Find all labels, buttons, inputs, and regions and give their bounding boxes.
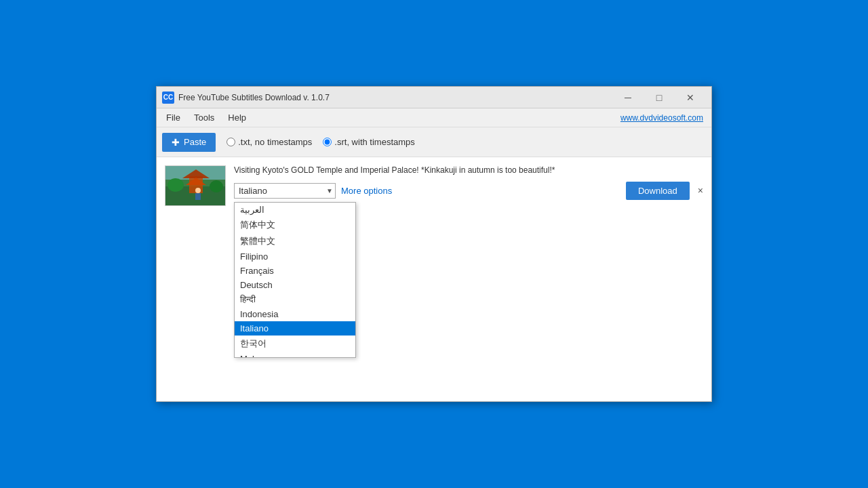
close-button[interactable]: ✕ — [675, 87, 706, 108]
window-title: Free YouTube Subtitles Download v. 1.0.7 — [178, 93, 612, 102]
lang-option-italian[interactable]: Italiano — [235, 321, 355, 336]
app-window: CC Free YouTube Subtitles Download v. 1.… — [156, 86, 712, 402]
menu-file[interactable]: File — [159, 110, 187, 125]
website-link[interactable]: www.dvdvideosoft.com — [620, 113, 709, 123]
paste-icon: ✚ — [172, 137, 180, 148]
svg-point-7 — [210, 180, 223, 192]
lang-option-hindi[interactable]: हिन्दी — [235, 292, 355, 307]
lang-option-french[interactable]: Français — [235, 264, 355, 278]
svg-point-6 — [167, 178, 184, 192]
txt-radio-label[interactable]: .txt, no timestamps — [226, 137, 312, 147]
menu-bar: File Tools Help www.dvdvideosoft.com — [157, 108, 711, 127]
minimize-button[interactable]: ─ — [612, 87, 644, 108]
video-title: Visiting Kyoto's GOLD Temple and Imperia… — [234, 165, 703, 176]
video-info: Visiting Kyoto's GOLD Temple and Imperia… — [234, 165, 703, 200]
lang-option-filipino[interactable]: Filipino — [235, 249, 355, 264]
content-area: KYOTO'S GOLD TEMPLE — [157, 157, 711, 401]
video-bottom-row: Italiano ▼ العربية 简体中文 繁體中文 Filipino Fr… — [234, 182, 703, 200]
txt-radio-text: .txt, no timestamps — [238, 137, 312, 147]
more-options-link[interactable]: More options — [341, 186, 392, 196]
srt-radio[interactable] — [323, 138, 332, 146]
lang-option-indonesian[interactable]: Indonesia — [235, 307, 355, 321]
video-thumbnail: KYOTO'S GOLD TEMPLE — [165, 165, 226, 206]
lang-option-korean[interactable]: 한국어 — [235, 336, 355, 352]
txt-radio[interactable] — [226, 138, 235, 146]
window-controls: ─ □ ✕ — [612, 87, 706, 108]
thumbnail-svg — [165, 166, 226, 206]
app-icon: CC — [162, 92, 174, 104]
svg-rect-9 — [195, 193, 201, 200]
lang-option-zh-traditional[interactable]: 繁體中文 — [235, 233, 355, 249]
lang-option-zh-simplified[interactable]: 简体中文 — [235, 217, 355, 233]
paste-button[interactable]: ✚ Paste — [162, 133, 216, 152]
language-select-wrapper: Italiano ▼ العربية 简体中文 繁體中文 Filipino Fr… — [234, 183, 336, 199]
download-button[interactable]: Download — [626, 182, 690, 200]
video-row: KYOTO'S GOLD TEMPLE — [165, 165, 703, 211]
menu-help[interactable]: Help — [221, 110, 253, 125]
srt-radio-text: .srt, with timestamps — [334, 137, 414, 147]
close-item-button[interactable]: × — [698, 186, 703, 195]
lang-option-malay[interactable]: Melayu — [235, 352, 355, 358]
maximize-button[interactable]: □ — [644, 87, 675, 108]
lang-option-german[interactable]: Deutsch — [235, 278, 355, 292]
svg-point-8 — [195, 188, 201, 193]
srt-radio-label[interactable]: .srt, with timestamps — [323, 137, 414, 147]
language-dropdown-list: العربية 简体中文 繁體中文 Filipino Français Deut… — [234, 202, 356, 358]
format-radio-group: .txt, no timestamps .srt, with timestamp… — [226, 137, 415, 147]
menu-tools[interactable]: Tools — [187, 110, 221, 125]
toolbar: ✚ Paste .txt, no timestamps .srt, with t… — [157, 127, 711, 157]
title-bar: CC Free YouTube Subtitles Download v. 1.… — [157, 87, 711, 108]
language-select[interactable]: Italiano — [234, 183, 336, 199]
paste-label: Paste — [184, 137, 206, 147]
lang-option-arabic[interactable]: العربية — [235, 203, 355, 217]
